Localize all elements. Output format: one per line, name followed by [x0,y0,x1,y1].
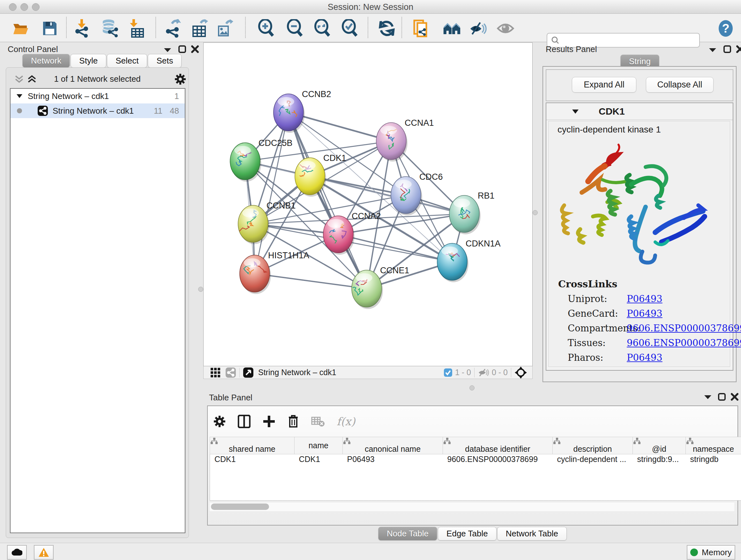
network-node[interactable]: CDKN1A [437,239,501,282]
network-edge[interactable] [255,112,288,273]
selected-checkbox-icon[interactable] [444,368,453,377]
table-cell[interactable]: CDK1 [294,454,343,501]
close-panel-icon[interactable] [191,45,199,53]
column-header-database-identifier[interactable]: database identifier [443,437,553,454]
import-table-icon[interactable] [128,19,146,37]
network-edge[interactable] [255,273,367,289]
expand-all-button[interactable]: Expand All [572,77,636,92]
first-neighbors-icon[interactable] [443,19,461,37]
scrollbar-thumb[interactable] [211,503,269,510]
tab-network-table[interactable]: Network Table [497,527,567,541]
close-panel-icon[interactable] [736,45,741,53]
network-view-canvas[interactable]: CCNB2 CCNA1 CDC25B CDK1 CDC6 R [203,43,533,366]
cloud-status-button[interactable] [7,545,27,560]
zoom-in-icon[interactable] [257,19,275,37]
table-horizontal-scrollbar[interactable] [210,502,734,511]
node-label: CCNA2 [352,211,381,221]
node-label: CDK1 [323,153,346,163]
show-columns-icon[interactable] [238,415,251,428]
splitter-handle[interactable] [198,287,203,292]
table-panel: Table Panel f(x) shared namenamecanonica… [203,386,741,543]
section-expander-icon[interactable] [572,109,579,114]
export-image-icon[interactable] [216,19,233,37]
collection-expander-icon[interactable] [16,94,23,98]
network-node[interactable]: CCNE1 [352,266,409,309]
network-node[interactable]: CDC6 [391,172,443,215]
crosslink-url[interactable]: P06493 [627,294,663,304]
duplicate-network-icon[interactable] [412,19,430,37]
memory-button[interactable]: Memory [687,545,735,560]
panel-menu-icon[interactable] [709,48,717,53]
table-cell[interactable]: cyclin-dependent ... [553,454,633,501]
tab-network[interactable]: Network [22,54,70,68]
delete-column-icon[interactable] [287,415,299,428]
column-header-shared-name[interactable]: shared name [210,437,294,454]
network-node[interactable]: CCNB2 [273,89,331,133]
column-header-canonical-name[interactable]: canonical name [343,437,443,454]
network-node[interactable]: CDK1 [295,153,346,197]
network-column-icon [210,437,218,444]
network-node[interactable]: RB1 [449,191,495,234]
tab-select[interactable]: Select [107,54,147,68]
network-collection-row[interactable]: String Network – cdk1 1 [10,89,185,104]
float-panel-icon[interactable] [178,45,186,53]
tab-node-table[interactable]: Node Table [378,527,437,541]
table-cell[interactable]: stringdb:9... [633,454,686,501]
crosslink-url[interactable]: P06493 [627,308,663,319]
save-session-icon[interactable] [41,19,59,37]
node-label: CDC25B [259,138,293,148]
table-cell[interactable]: CDK1 [210,454,294,501]
import-network-icon[interactable] [73,19,91,37]
export-network-icon[interactable] [163,19,181,37]
table-options-gear-icon[interactable] [213,415,226,428]
gene-section-header[interactable]: CDK1 [546,103,733,120]
crosslink-url[interactable]: P06493 [627,352,663,363]
splitter-handle[interactable] [533,210,538,215]
zoom-fit-icon[interactable] [313,19,331,37]
column-header--id[interactable]: @id [633,437,686,454]
panel-menu-icon[interactable] [163,48,172,53]
crosslink-url[interactable]: 9606.ENSP00000378699 [627,337,741,348]
add-column-icon[interactable] [263,415,275,428]
detach-view-icon[interactable] [243,367,254,378]
function-builder-button: f(x) [337,415,355,428]
open-file-icon[interactable] [12,19,30,37]
node-label: CCNE1 [380,266,409,275]
help-icon[interactable]: ? [717,19,735,37]
network-options-gear-icon[interactable] [175,73,186,85]
float-panel-icon[interactable] [723,45,731,53]
tab-edge-table[interactable]: Edge Table [438,527,496,541]
gene-description: cyclin-dependent kinase 1 [549,121,730,135]
network-node[interactable]: CCNA2 [323,211,381,255]
tab-style[interactable]: Style [71,54,106,68]
network-tab-content: 1 of 1 Network selected String Network –… [6,67,189,538]
refresh-icon[interactable] [378,19,396,37]
show-all-icon[interactable] [496,19,515,37]
import-database-icon[interactable] [101,19,119,37]
network-node[interactable]: CDC25B [230,138,293,182]
grid-view-icon[interactable] [210,367,221,378]
table-row[interactable]: CDK1CDK1P064939606.ENSP00000378699cyclin… [210,454,741,501]
table-cell[interactable]: stringdb [686,454,741,501]
column-header-description[interactable]: description [553,437,633,454]
column-header-namespace[interactable]: namespace [686,437,741,454]
network-row[interactable]: String Network – cdk1 11 48 [10,104,185,118]
float-panel-icon[interactable] [718,393,726,401]
network-edge[interactable] [288,112,367,289]
export-table-icon[interactable] [191,19,209,37]
table-cell[interactable]: 9606.ENSP00000378699 [443,454,553,501]
network-edge[interactable] [338,234,452,262]
tab-sets[interactable]: Sets [148,54,182,68]
zoom-selected-icon[interactable] [341,19,359,37]
table-cell[interactable]: P06493 [343,454,443,501]
collapse-all-button[interactable]: Collapse All [646,77,714,92]
network-node[interactable]: HIST1H1A [240,251,309,294]
zoom-out-icon[interactable] [286,19,304,37]
close-panel-icon[interactable] [731,393,739,401]
birds-eye-view-icon[interactable] [515,366,527,379]
column-header-name[interactable]: name [294,437,343,454]
hide-selected-icon[interactable] [469,19,487,37]
panel-menu-icon[interactable] [704,395,712,400]
crosslink-url[interactable]: 9606.ENSP00000378699 [627,323,741,334]
warnings-button[interactable] [34,545,54,560]
